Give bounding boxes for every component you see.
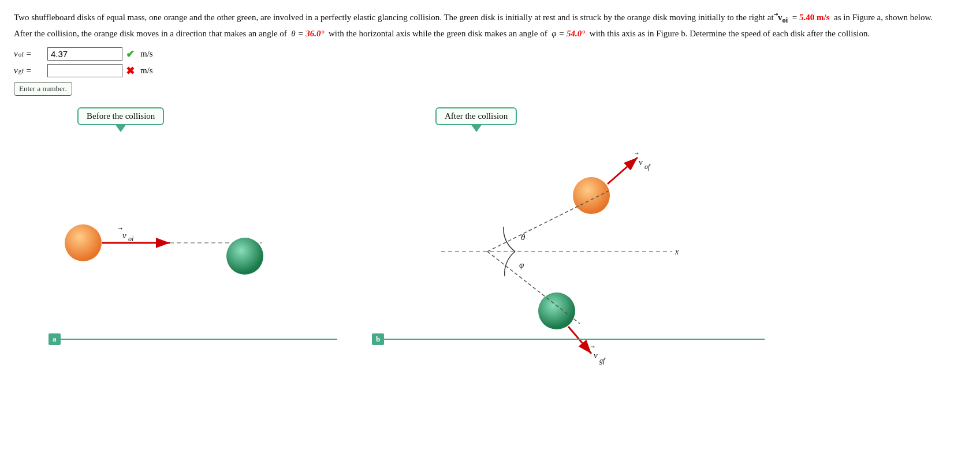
fig-a-line: [61, 339, 338, 340]
fig-b-label: b: [372, 333, 384, 345]
fig-b-bar: b: [372, 333, 765, 345]
theta-expr: θ = 36.0°: [291, 29, 324, 38]
x-axis-label: x: [675, 247, 679, 256]
vof-arrow: [608, 157, 638, 184]
vgf-x-icon: ✖: [126, 65, 135, 77]
vgf-vector-sub: gf: [599, 357, 606, 365]
voi-vector-label2: v: [122, 231, 126, 240]
vof-check-icon: ✔: [126, 48, 135, 61]
vgf-input[interactable]: [47, 64, 122, 77]
vgf-unit: m/s: [140, 66, 153, 76]
theta-label: θ: [521, 232, 526, 242]
after-callout-box: After the collision: [435, 107, 517, 125]
vgf-vector-v: v: [594, 351, 598, 360]
phi-dash-line: [487, 252, 580, 324]
orange-disk-after: [573, 177, 610, 214]
voi-subscript: oi: [128, 235, 133, 243]
vof-vector-v: v: [639, 157, 643, 167]
vgf-vector-label: ⃗: [590, 346, 595, 348]
phi-arc: [505, 252, 515, 276]
vof-vector-label: ⃗: [634, 152, 639, 155]
theta-value: 36.0°: [305, 29, 324, 38]
before-callout-box: Before the collision: [77, 107, 164, 125]
voi-label: ⃗voi = 5.40 m/s: [778, 13, 832, 22]
phi-value: 54.0°: [567, 29, 585, 38]
vof-row: vof = 4.37 ✔ m/s: [14, 47, 966, 61]
after-callout-text: After the collision: [445, 111, 508, 121]
fig-a-bar: a: [49, 333, 337, 345]
diagram-after: After the collision x ⃗ v of: [372, 102, 776, 350]
voi-value: 5.40: [799, 13, 814, 22]
vof-input[interactable]: 4.37: [47, 47, 122, 61]
before-diagram-svg: ⃗ v oi: [14, 102, 349, 350]
problem-text: Two shuffleboard disks of equal mass, on…: [14, 10, 938, 40]
voi-vector-label: ⃗: [118, 227, 122, 230]
fig-a-label: a: [49, 333, 61, 345]
phi-label: φ: [519, 260, 524, 269]
green-disk-after: [538, 292, 575, 329]
vof-unit: m/s: [140, 49, 153, 59]
orange-disk-before: [65, 224, 102, 261]
inputs-section: vof = 4.37 ✔ m/s vgf = ✖ m/s Enter a num…: [14, 47, 966, 96]
diagram-before: Before the collision: [14, 102, 349, 350]
before-callout-text: Before the collision: [87, 111, 155, 121]
tooltip-box: Enter a number.: [14, 82, 72, 96]
green-disk-before: [226, 238, 263, 275]
vgf-row: vgf = ✖ m/s: [14, 64, 966, 77]
theta-arc: [504, 227, 515, 252]
tooltip-text: Enter a number.: [19, 84, 67, 93]
after-diagram-svg: x ⃗ v of θ φ ⃗ v: [372, 102, 776, 350]
fig-b-line: [384, 339, 765, 340]
phi-expr: φ = 54.0°: [552, 29, 585, 38]
vof-label: vof =: [14, 49, 44, 59]
vgf-label: vgf =: [14, 66, 44, 76]
diagrams-area: Before the collision: [14, 102, 966, 350]
vof-vector-sub: of: [644, 163, 651, 171]
